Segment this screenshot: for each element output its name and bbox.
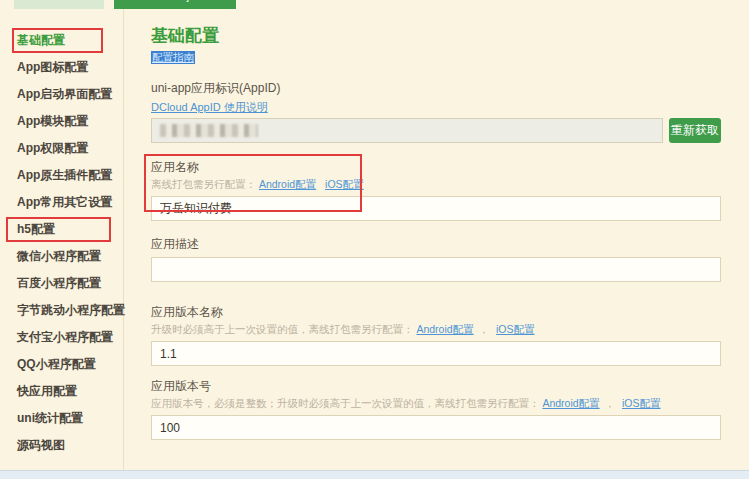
sidebar-item-label: App启动界面配置 — [17, 87, 112, 101]
android-config-link[interactable]: Android配置 — [542, 397, 599, 409]
main-panel: 基础配置 配置指南 uni-app应用标识(AppID) DCloud AppI… — [124, 9, 749, 471]
close-icon[interactable]: × — [84, 0, 90, 2]
sidebar-item-3[interactable]: App模块配置 — [0, 108, 123, 135]
ios-config-link[interactable]: iOS配置 — [622, 397, 661, 409]
ios-config-link[interactable]: iOS配置 — [496, 323, 535, 335]
manifest-editor-page: index.vue × manifest.json 基础配置App图标配置App… — [0, 0, 749, 479]
hint-separator: ， — [605, 397, 616, 409]
sidebar-item-13[interactable]: 快应用配置 — [0, 378, 123, 405]
version-name-section: 应用版本名称 升级时必须高于上一次设置的值，离线打包需另行配置： Android… — [151, 304, 721, 366]
sidebar-item-0[interactable]: 基础配置 — [0, 27, 123, 54]
hint-text: 离线打包需另行配置： — [151, 178, 256, 190]
field-label: 应用版本名称 — [151, 304, 721, 321]
sidebar-item-2[interactable]: App启动界面配置 — [0, 81, 123, 108]
dcloud-appid-doc-link[interactable]: DCloud AppID 使用说明 — [151, 100, 268, 115]
sidebar-item-label: 基础配置 — [17, 33, 65, 47]
sidebar-item-label: App模块配置 — [17, 114, 88, 128]
tab-manifest-json[interactable]: manifest.json — [114, 0, 236, 9]
sidebar-item-14[interactable]: uni统计配置 — [0, 405, 123, 432]
sidebar-item-label: 支付宝小程序配置 — [17, 330, 113, 344]
hint-text: 升级时必须高于上一次设置的值，离线打包需另行配置： — [151, 323, 414, 335]
field-hint: 应用版本号，必须是整数；升级时必须高于上一次设置的值，离线打包需另行配置： An… — [151, 397, 721, 411]
window-bottom-strip — [0, 470, 749, 479]
guide-link[interactable]: 配置指南 — [151, 51, 195, 64]
app-description-input[interactable] — [151, 257, 721, 282]
sidebar-item-label: 字节跳动小程序配置 — [17, 303, 125, 317]
sidebar-item-label: h5配置 — [17, 222, 55, 236]
field-hint: 升级时必须高于上一次设置的值，离线打包需另行配置： Android配置 ， iO… — [151, 323, 721, 337]
sidebar-item-1[interactable]: App图标配置 — [0, 54, 123, 81]
sidebar-item-label: 快应用配置 — [17, 384, 77, 398]
field-label: 应用名称 — [151, 159, 721, 176]
tab-label: index.vue — [27, 0, 74, 2]
sidebar-item-label: uni统计配置 — [17, 411, 83, 425]
sidebar-item-12[interactable]: QQ小程序配置 — [0, 351, 123, 378]
app-name-input[interactable] — [151, 196, 721, 221]
hint-text: 应用版本号，必须是整数；升级时必须高于上一次设置的值，离线打包需另行配置： — [151, 397, 540, 409]
sidebar-item-label: 微信小程序配置 — [17, 249, 101, 263]
sidebar-item-label: App图标配置 — [17, 60, 88, 74]
content-row: 基础配置App图标配置App启动界面配置App模块配置App权限配置App原生插… — [0, 9, 749, 471]
sidebar-item-8[interactable]: 微信小程序配置 — [0, 243, 123, 270]
sidebar-item-10[interactable]: 字节跳动小程序配置 — [0, 297, 123, 324]
field-hint: 离线打包需另行配置： Android配置 iOS配置 — [151, 178, 721, 192]
app-name-section: 应用名称 离线打包需另行配置： Android配置 iOS配置 — [151, 159, 721, 221]
field-label: 应用版本号 — [151, 378, 721, 395]
version-name-input[interactable] — [151, 341, 721, 366]
version-code-input[interactable] — [151, 415, 721, 440]
appid-redacted-value — [160, 124, 258, 137]
sidebar-item-label: App权限配置 — [17, 141, 88, 155]
version-code-section: 应用版本号 应用版本号，必须是整数；升级时必须高于上一次设置的值，离线打包需另行… — [151, 378, 721, 440]
sidebar-item-4[interactable]: App权限配置 — [0, 135, 123, 162]
sidebar-item-label: QQ小程序配置 — [17, 357, 96, 371]
tab-label: manifest.json — [142, 0, 207, 2]
appid-input[interactable] — [151, 118, 663, 143]
editor-tab-bar: index.vue × manifest.json — [0, 0, 749, 9]
field-label: 应用描述 — [151, 236, 721, 253]
android-config-link[interactable]: Android配置 — [259, 178, 316, 190]
hint-separator: ， — [479, 323, 490, 335]
sidebar-item-11[interactable]: 支付宝小程序配置 — [0, 324, 123, 351]
sidebar-item-9[interactable]: 百度小程序配置 — [0, 270, 123, 297]
appid-section: uni-app应用标识(AppID) DCloud AppID 使用说明 重新获… — [151, 80, 749, 143]
page-title: 基础配置 — [151, 24, 749, 47]
sidebar-item-label: 百度小程序配置 — [17, 276, 101, 290]
android-config-link[interactable]: Android配置 — [416, 323, 473, 335]
sidebar-item-6[interactable]: App常用其它设置 — [0, 189, 123, 216]
ios-config-link[interactable]: iOS配置 — [325, 178, 364, 190]
sidebar-item-label: 源码视图 — [17, 438, 65, 452]
sidebar-item-label: App原生插件配置 — [17, 168, 112, 182]
app-description-section: 应用描述 — [151, 236, 721, 282]
sidebar-item-7[interactable]: h5配置 — [0, 216, 123, 243]
appid-label: uni-app应用标识(AppID) — [151, 80, 749, 97]
sidebar-item-5[interactable]: App原生插件配置 — [0, 162, 123, 189]
refresh-appid-button[interactable]: 重新获取 — [669, 118, 721, 143]
sidebar-item-15[interactable]: 源码视图 — [0, 432, 123, 459]
sidebar-item-label: App常用其它设置 — [17, 195, 112, 209]
config-sidebar: 基础配置App图标配置App启动界面配置App模块配置App权限配置App原生插… — [0, 9, 124, 471]
tab-index-vue[interactable]: index.vue × — [14, 0, 104, 9]
